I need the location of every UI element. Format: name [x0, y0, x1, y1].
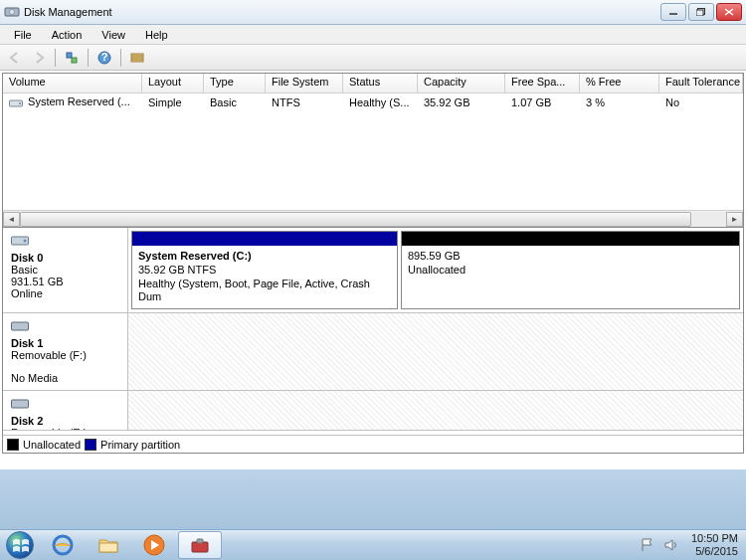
disk-partitions: [128, 391, 743, 431]
volume-layout: Simple: [142, 95, 204, 109]
scroll-left-button[interactable]: ◄: [3, 212, 20, 227]
svg-point-1: [10, 10, 15, 15]
forward-button: [28, 47, 50, 69]
menu-action[interactable]: Action: [42, 27, 93, 43]
volume-name: System Reserved (...: [28, 95, 130, 107]
col-layout[interactable]: Layout: [142, 74, 204, 93]
toolbar-separator: [55, 49, 56, 67]
menu-view[interactable]: View: [92, 27, 135, 43]
svg-rect-19: [12, 322, 29, 330]
taskbar: 10:50 PM 5/6/2015: [0, 529, 746, 560]
disk-info: Disk 1 Removable (F:) No Media: [3, 313, 128, 390]
help-button[interactable]: ?: [93, 47, 115, 69]
legend-swatch-primary: [85, 439, 96, 451]
svg-rect-4: [696, 10, 703, 16]
col-faulttol[interactable]: Fault Tolerance: [659, 74, 743, 93]
removable-icon: [11, 397, 29, 411]
disk-info: Disk 2 Removable (E:) No Media: [3, 391, 128, 430]
volume-status: Healthy (S...: [343, 95, 418, 109]
refresh-button[interactable]: [61, 47, 83, 69]
volume-row[interactable]: System Reserved (... Simple Basic NTFS H…: [3, 93, 743, 111]
start-orb-icon: [6, 531, 34, 559]
clock-date: 5/6/2015: [691, 545, 738, 558]
titlebar: Disk Management: [0, 0, 746, 25]
partition-header-unallocated: [402, 232, 739, 246]
legend-unallocated: Unallocated: [23, 439, 81, 451]
settings-button[interactable]: [126, 47, 148, 69]
horizontal-scrollbar[interactable]: ◄ ►: [3, 210, 743, 227]
volume-icon[interactable]: [663, 537, 679, 553]
partition[interactable]: System Reserved (C:) 35.92 GB NTFS Healt…: [131, 231, 398, 309]
desktop-background: [0, 469, 746, 529]
scroll-thumb[interactable]: [20, 212, 691, 227]
ie-icon: [51, 533, 75, 557]
close-button[interactable]: [716, 3, 742, 21]
menu-help[interactable]: Help: [135, 27, 178, 43]
col-filesystem[interactable]: File System: [266, 74, 343, 93]
disk-state: No Media: [11, 372, 119, 384]
legend-swatch-unallocated: [7, 439, 19, 451]
disk-row[interactable]: Disk 2 Removable (E:) No Media: [3, 391, 743, 431]
svg-rect-22: [99, 543, 117, 552]
col-pctfree[interactable]: % Free: [580, 74, 659, 93]
disk-row[interactable]: Disk 1 Removable (F:) No Media: [3, 313, 743, 391]
taskbar-diskmgmt[interactable]: [178, 531, 222, 559]
menubar: File Action View Help: [0, 25, 746, 45]
svg-rect-25: [197, 539, 203, 543]
volume-list-header: Volume Layout Type File System Status Ca…: [3, 74, 743, 93]
col-freespace[interactable]: Free Spa...: [505, 74, 580, 93]
volume-rows: System Reserved (... Simple Basic NTFS H…: [3, 93, 743, 210]
col-status[interactable]: Status: [343, 74, 418, 93]
disk-row[interactable]: Disk 0 Basic 931.51 GB Online System Res…: [3, 228, 743, 313]
disk-kind: Removable (E:): [11, 427, 119, 431]
partition[interactable]: 895.59 GB Unallocated: [401, 231, 740, 309]
col-volume[interactable]: Volume: [3, 74, 142, 93]
partition-header-primary: [132, 232, 397, 246]
disk-kind: Removable (F:): [11, 349, 119, 361]
taskbar-explorer[interactable]: [87, 531, 130, 559]
svg-rect-20: [12, 400, 29, 408]
volume-ft: No: [659, 95, 743, 109]
clock-time: 10:50 PM: [691, 532, 738, 545]
content-area: Volume Layout Type File System Status Ca…: [2, 73, 744, 454]
legend-primary: Primary partition: [100, 439, 180, 451]
maximize-button[interactable]: [688, 3, 714, 21]
partition-size: 35.92 GB NTFS: [138, 264, 391, 278]
scroll-right-button[interactable]: ►: [726, 212, 743, 227]
disk-name: Disk 1: [11, 337, 119, 349]
toolbar-separator: [120, 49, 121, 67]
svg-point-18: [24, 240, 27, 243]
taskbar-ie[interactable]: [41, 531, 85, 559]
disk-name: Disk 0: [11, 252, 119, 264]
flag-icon[interactable]: [640, 537, 655, 553]
minimize-button[interactable]: [660, 3, 686, 21]
volume-capacity: 35.92 GB: [418, 95, 505, 109]
volume-list: Volume Layout Type File System Status Ca…: [3, 74, 743, 228]
system-tray: 10:50 PM 5/6/2015: [640, 532, 746, 557]
disk-partitions: System Reserved (C:) 35.92 GB NTFS Healt…: [128, 228, 743, 312]
toolbar: ?: [0, 45, 746, 71]
disk-partitions: [128, 313, 743, 390]
col-capacity[interactable]: Capacity: [418, 74, 505, 93]
app-icon: [4, 4, 20, 20]
partition-status: Healthy (System, Boot, Page File, Active…: [138, 278, 391, 305]
volume-type: Basic: [204, 95, 266, 109]
folder-icon: [96, 533, 120, 557]
clock[interactable]: 10:50 PM 5/6/2015: [687, 532, 740, 557]
toolbar-separator: [88, 49, 89, 67]
col-type[interactable]: Type: [204, 74, 266, 93]
menu-file[interactable]: File: [4, 27, 42, 43]
disk-state: Online: [11, 287, 119, 299]
window-title: Disk Management: [24, 6, 660, 18]
disk-map: Disk 0 Basic 931.51 GB Online System Res…: [3, 228, 743, 435]
toolbox-icon: [188, 533, 212, 557]
partition-title: System Reserved (C:): [138, 250, 391, 264]
taskbar-wmp[interactable]: [132, 531, 176, 559]
media-player-icon: [142, 533, 166, 557]
disk-size: 931.51 GB: [11, 276, 119, 287]
volume-free: 1.07 GB: [505, 95, 580, 109]
window-controls: [660, 3, 742, 21]
start-button[interactable]: [0, 530, 40, 561]
removable-icon: [11, 319, 29, 333]
svg-rect-8: [72, 58, 77, 63]
